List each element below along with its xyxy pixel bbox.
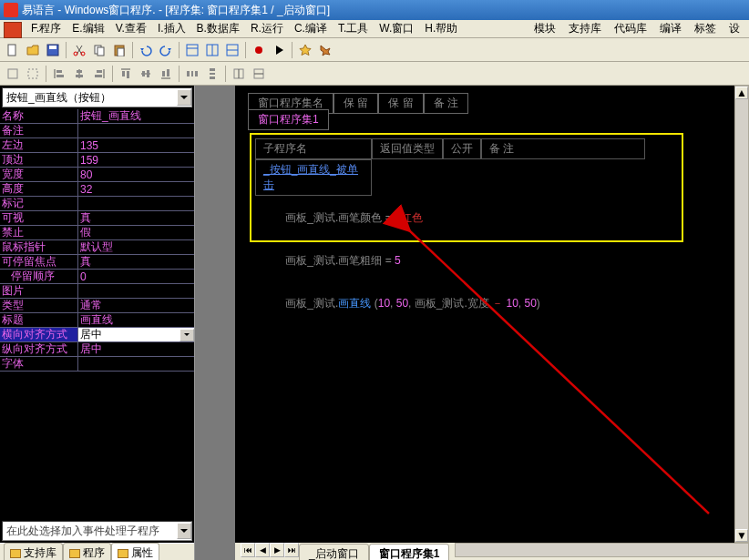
copy-button[interactable] [90, 41, 108, 59]
break-button[interactable] [250, 41, 268, 59]
rm-compile[interactable]: 编译 [660, 21, 682, 36]
align-bottom-button[interactable] [157, 65, 175, 83]
prop-row-2[interactable]: 左边135 [0, 138, 194, 153]
prop-row-16[interactable]: 纵向对齐方式居中 [0, 342, 194, 357]
prop-row-11[interactable]: 停留顺序0 [0, 270, 194, 284]
undo-button[interactable] [137, 41, 155, 59]
layout-1-button[interactable] [183, 41, 201, 59]
menu-help[interactable]: H.帮助 [419, 19, 463, 38]
tab-support-lib[interactable]: 支持库 [4, 543, 63, 560]
new-button[interactable] [4, 41, 22, 59]
horizontal-scrollbar[interactable] [455, 543, 749, 557]
vertical-scrollbar[interactable]: ▲ ▼ [734, 86, 749, 543]
code-line-2[interactable]: 画板_测试.画笔粗细 = 5 [255, 240, 682, 281]
prop-row-5[interactable]: 高度32 [0, 182, 194, 197]
tb2-2[interactable] [24, 65, 42, 83]
prop-row-14[interactable]: 标题画直线 [0, 313, 194, 328]
prop-value[interactable]: 135 [78, 138, 194, 152]
dist-h-button[interactable] [183, 65, 201, 83]
prop-value[interactable] [78, 284, 194, 298]
event-combo-dropdown-icon[interactable] [177, 523, 191, 539]
property-grid[interactable]: 名称按钮_画直线备注左边135顶边159宽度80高度32标记可视真禁止假鼠标指针… [0, 109, 194, 372]
object-selector-combo[interactable]: 按钮_画直线（按钮） [2, 87, 192, 107]
prop-value[interactable] [78, 124, 194, 137]
prop-row-6[interactable]: 标记 [0, 197, 194, 211]
layout-2-button[interactable] [203, 41, 221, 59]
prop-row-7[interactable]: 可视真 [0, 211, 194, 226]
prop-value[interactable]: 居中 [78, 342, 194, 356]
tb2-1[interactable] [4, 65, 22, 83]
open-button[interactable] [24, 41, 42, 59]
star-button[interactable] [296, 41, 314, 59]
cut-button[interactable] [70, 41, 88, 59]
prop-value[interactable]: 假 [78, 226, 194, 239]
prop-value[interactable]: 居中 [78, 328, 194, 341]
center-h-button[interactable] [230, 65, 248, 83]
prop-value[interactable]: 0 [78, 270, 194, 283]
prop-value[interactable]: 80 [78, 168, 194, 181]
prop-dropdown-icon[interactable] [180, 329, 194, 341]
tab-program[interactable]: 程序 [63, 543, 111, 560]
prop-row-1[interactable]: 备注 [0, 124, 194, 138]
layout-3-button[interactable] [223, 41, 241, 59]
tab-nav-prev[interactable]: ◀ [255, 543, 270, 557]
prop-row-8[interactable]: 禁止假 [0, 226, 194, 240]
prop-row-17[interactable]: 字体 [0, 357, 194, 372]
editor-tab-startup-window[interactable]: _启动窗口 [299, 544, 369, 560]
tab-nav-first[interactable]: ⏮ [241, 543, 255, 557]
prop-value[interactable]: 159 [78, 153, 194, 167]
tab-property[interactable]: 属性 [111, 543, 159, 560]
scroll-down-icon[interactable]: ▼ [735, 529, 748, 542]
rm-module[interactable]: 模块 [534, 21, 556, 36]
scroll-up-icon[interactable]: ▲ [735, 87, 748, 99]
menu-compile[interactable]: C.编译 [289, 19, 333, 38]
tab-nav-next[interactable]: ▶ [270, 543, 284, 557]
subroutine-name[interactable]: _按钮_画直线_被单击 [255, 159, 372, 196]
menu-database[interactable]: B.数据库 [191, 19, 245, 38]
menu-tools[interactable]: T.工具 [333, 19, 374, 38]
rm-settings[interactable]: 设 [729, 21, 740, 36]
prop-value[interactable]: 画直线 [78, 313, 194, 327]
menu-file[interactable]: F.程序 [26, 19, 67, 38]
menu-window[interactable]: W.窗口 [374, 19, 419, 38]
combo-dropdown-icon[interactable] [177, 89, 191, 106]
rm-codelib[interactable]: 代码库 [614, 21, 647, 36]
align-center-h-button[interactable] [70, 65, 88, 83]
menu-run[interactable]: R.运行 [245, 19, 289, 38]
prop-value[interactable]: 通常 [78, 299, 194, 312]
rm-tags[interactable]: 标签 [694, 21, 716, 36]
prop-row-4[interactable]: 宽度80 [0, 168, 194, 182]
align-right-button[interactable] [90, 65, 108, 83]
menu-insert[interactable]: I.插入 [152, 19, 191, 38]
tab-nav-last[interactable]: ⏭ [284, 543, 299, 557]
redo-button[interactable] [157, 41, 175, 59]
run-exe-button[interactable] [316, 41, 334, 59]
dist-v-button[interactable] [203, 65, 221, 83]
rm-support[interactable]: 支持库 [569, 21, 601, 36]
prop-row-13[interactable]: 类型通常 [0, 299, 194, 313]
prop-value[interactable]: 真 [78, 255, 194, 269]
center-v-button[interactable] [250, 65, 268, 83]
prop-value[interactable] [78, 357, 194, 371]
prop-row-0[interactable]: 名称按钮_画直线 [0, 109, 194, 124]
prop-row-3[interactable]: 顶边159 [0, 153, 194, 168]
menu-edit[interactable]: E.编辑 [67, 19, 109, 38]
prop-row-9[interactable]: 鼠标指针默认型 [0, 240, 194, 255]
prop-value[interactable] [78, 197, 194, 210]
code-line-1[interactable]: 画板_测试.画笔颜色 = #红色 [255, 198, 682, 239]
align-left-button[interactable] [50, 65, 68, 83]
run-button[interactable] [270, 41, 288, 59]
prop-row-10[interactable]: 可停留焦点真 [0, 255, 194, 270]
editor-tab-assembly1[interactable]: 窗口程序集1 [369, 544, 450, 560]
prop-value[interactable]: 按钮_画直线 [78, 109, 194, 123]
paste-button[interactable] [110, 41, 128, 59]
prop-row-12[interactable]: 图片 [0, 284, 194, 299]
menu-view[interactable]: V.查看 [110, 19, 152, 38]
save-button[interactable] [44, 41, 62, 59]
prop-row-15[interactable]: 横向对齐方式居中 [0, 328, 194, 342]
prop-value[interactable]: 默认型 [78, 240, 194, 254]
prop-value[interactable]: 32 [78, 182, 194, 196]
align-middle-button[interactable] [137, 65, 155, 83]
code-line-3[interactable]: 画板_测试.画直线 (10, 50, 画板_测试.宽度 － 10, 50) [255, 283, 682, 324]
event-handler-combo[interactable]: 在此处选择加入事件处理子程序 [2, 521, 192, 541]
